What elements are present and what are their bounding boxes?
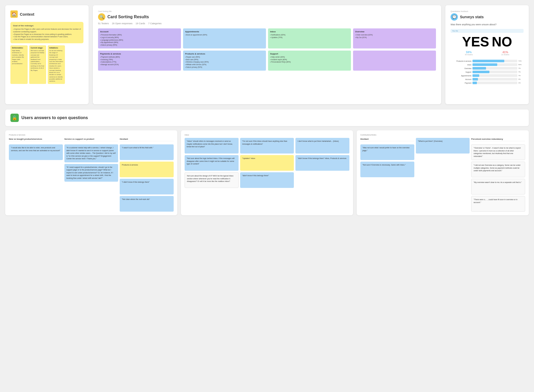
sticky-2-1-0: "What to put there" (Overview) [416, 138, 470, 154]
bottom-card-2: Contributions/NotesHesitant"Was not sure… [357, 130, 529, 215]
sticky-col-2-1: "What to put there" (Overview) [416, 138, 470, 212]
sort-cell-payments: Payments & services • Payment methods (8… [98, 51, 181, 71]
bar-row-overview: Overview 7% [451, 67, 524, 70]
three-col-grid-1: "Inbox" should refers to messages receiv… [185, 138, 349, 188]
sticky-2-2-1: "I did not see Overview as a category. S… [471, 162, 525, 177]
sticky-1-2-1: "didn't know if this belongs there" Inbo… [295, 155, 349, 171]
sort-cell-appointments: Appointments • Book an appointment (90%) [183, 28, 266, 48]
bar-row-account: Account 2% [451, 78, 524, 81]
sticky-0-1-0: "If a customer needs help with a service… [64, 144, 118, 162]
sticky-0-2-0: "I wasn't sure what to fill this field w… [120, 144, 174, 160]
meta-responses: 26 Open responses [112, 22, 132, 25]
meta-testers: 51 Testers [98, 22, 109, 25]
sort-cell-support: Support • Help center (84%)• Incident re… [268, 51, 351, 71]
yes-count: 30 testers [465, 54, 473, 56]
chat-icon: 💬 [451, 13, 458, 21]
bar-row-payment: Payment 1% [451, 82, 524, 84]
sticky-1-1-2: "didn't know if this belongs there" [240, 172, 294, 188]
sticky-1-0-2: Not sure about the design of it? Will it… [185, 172, 239, 188]
no-count: 21 testers [501, 54, 509, 56]
sticky-col-1-0: "Inbox" should refers to messages receiv… [185, 138, 239, 188]
survey-title-text: Surveys stats [460, 15, 484, 19]
survey-header: 💬 Surveys stats [451, 13, 524, 21]
context-card: 🏠 Context Goal of the redesign: • Improv… [5, 5, 89, 104]
sticky-0-2-3: "Not clear where the roof-rack sits" [120, 196, 174, 212]
card-sort-section-label: Card Sorting title [98, 10, 436, 12]
bar-chart: Products & services 71% Inbox 55% Overvi… [451, 60, 524, 84]
sort-cells-grid: Account • Personal information (58%)• Lo… [98, 28, 436, 71]
card-sort-header: 🔍 Card Sorting Results [98, 13, 436, 21]
survey-section-label: Quantitative feedback [451, 10, 524, 12]
sticky-0-0-0: "I would also like to be able to order, … [9, 144, 63, 160]
context-col-2: Current stage: We have a concept proposa… [29, 45, 46, 84]
card-sort-meta: 51 Testers 26 Open responses 19 Cards 7 … [98, 22, 436, 25]
lock-icon: 🔓 [10, 114, 19, 122]
sticky-0-1-1: "If I need support for a product/service… [64, 164, 118, 182]
page-container: 🏠 Context Goal of the redesign: • Improv… [0, 0, 534, 220]
sticky-col-1-1: "I'm not sure if the inbox should have a… [240, 138, 294, 188]
card-sort-card: Card Sorting title 🔍 Card Sorting Result… [93, 5, 441, 104]
meta-cards: 19 Cards [136, 22, 145, 25]
sticky-col-2-0: Hesitant"Was not sure what I would prefe… [360, 138, 414, 212]
sticky-2-0-1: "Not sure if Overview is necessary. Same… [360, 162, 414, 177]
house-icon: 🏠 [10, 10, 18, 18]
sticky-col-0-1: Service vs support vs product"If a custo… [64, 138, 118, 212]
yes-pct: 59% [465, 51, 473, 54]
bottom-cards-row: Products & ServicesNew vs bought product… [5, 130, 529, 215]
sticky-col-2-2: Perceived overview redundancy"'Overview'… [471, 138, 525, 212]
sticky-1-1-1: "Updates" Inbox [240, 155, 294, 171]
sticky-2-2-3: "There were o... ...could have fit soon … [471, 196, 525, 212]
magnifier-icon: 🔍 [98, 13, 105, 21]
sticky-0-2-1: Products & services [120, 162, 174, 177]
sticky-1-2-0: I don't know what to put there hahahahah… [295, 138, 349, 154]
three-col-grid-0: New vs bought products/services"I would … [9, 138, 174, 212]
card-sort-title: Card Sorting Results [107, 15, 149, 19]
context-title-text: Context [20, 12, 34, 16]
sort-cell-inbox: Inbox • Notifications (63%)• Updates (70… [268, 28, 351, 48]
bar-row-products-&-services: Products & services 71% [451, 60, 524, 62]
pct-row: 59% 30 testers 41% 21 testers [451, 51, 524, 56]
three-col-grid-2: Hesitant"Was not sure what I would prefe… [360, 138, 525, 212]
sticky-2-0-0: "Was not sure what I would prefer to hav… [360, 144, 414, 160]
context-card-title: 🏠 Context [10, 10, 83, 18]
context-section-title: Goal of the redesign: [13, 24, 81, 27]
sticky-col-0-0: New vs bought products/services"I would … [9, 138, 63, 212]
sticky-0-2-2: "I didn't know if this belongs there" [120, 179, 174, 194]
no-label: NO [492, 35, 512, 48]
context-main-section: Goal of the redesign: • Improve the Page… [10, 22, 83, 43]
sticky-1-1-0: "I'm not sure if the inbox should have a… [240, 138, 294, 154]
bar-row-inbox: Inbox 55% [451, 63, 524, 66]
sticky-col-0-2: Hesitant"I wasn't sure what to fill this… [120, 138, 174, 212]
bottom-section-title: Users answers to open questions [21, 115, 88, 120]
context-grid: Deliverables: High fidelity wireframes o… [10, 45, 83, 84]
meta-categories: 7 Categories [148, 22, 161, 25]
survey-card: Quantitative feedback 💬 Surveys stats Wa… [445, 5, 529, 104]
sort-cell-overview: Overview • Order overview (62%)• My Car … [353, 28, 436, 48]
sticky-1-0-0: "Inbox" should refers to messages receiv… [185, 138, 239, 154]
sort-cell-empty [353, 51, 436, 71]
bottom-section: 🔓 Users answers to open questions Produc… [5, 109, 529, 215]
context-col-1: Deliverables: High fidelity wireframes o… [10, 45, 28, 84]
bar-row-support: Support 7% [451, 71, 524, 73]
sticky-2-2-0: "'Overview' or 'Home' - it wasn't clear … [471, 144, 525, 160]
survey-question-text: Was there anything you were unsure about… [451, 23, 524, 26]
sticky-2-2-2: "My overview wasn't clear to me. As a se… [471, 179, 525, 194]
top-row: 🏠 Context Goal of the redesign: • Improv… [5, 5, 529, 104]
no-pct: 41% [501, 51, 509, 54]
bar-row-appointments: Appointments 7% [451, 74, 524, 77]
yes-label: YES [462, 35, 489, 48]
bottom-section-header: 🔓 Users answers to open questions [5, 109, 529, 126]
sort-cell-products: Products & services • Repair care (56%)•… [183, 51, 266, 71]
yes-no-row: YES NO [451, 35, 524, 48]
context-section-text: • Improve the Pages to offer users self-… [13, 28, 81, 41]
context-col-3: Initiatives: As we are entering the stag… [48, 45, 65, 84]
bottom-card-0: Products & ServicesNew vs bought product… [5, 130, 177, 215]
sticky-1-0-1: "Not sure about the logic behind Inbox. … [185, 155, 239, 171]
sticky-col-1-2: I don't know what to put there hahahahah… [295, 138, 349, 188]
bottom-card-1: Inbox"Inbox" should refers to messages r… [181, 130, 353, 215]
sort-cell-account: Account • Personal information (58%)• Lo… [98, 28, 181, 48]
